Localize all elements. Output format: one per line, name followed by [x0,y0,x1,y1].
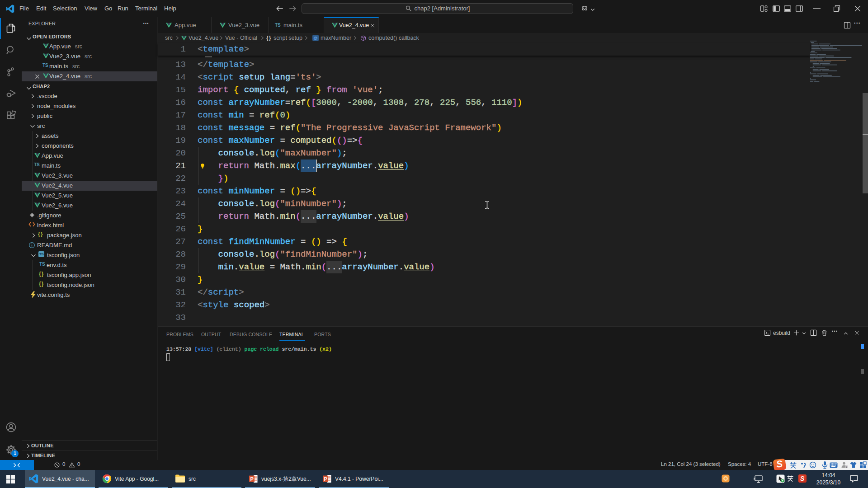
svg-text:P: P [250,476,254,482]
svg-text:P: P [324,476,327,482]
svg-text:1: 1 [846,465,847,468]
